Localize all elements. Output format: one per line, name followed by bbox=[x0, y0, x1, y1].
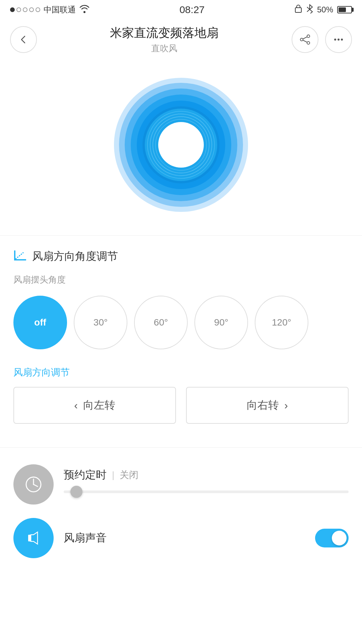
angle-btn-120[interactable]: 120° bbox=[255, 296, 308, 349]
share-button[interactable] bbox=[292, 26, 318, 53]
svg-rect-22 bbox=[14, 250, 15, 260]
svg-point-1 bbox=[307, 35, 310, 38]
chevron-right-icon: › bbox=[284, 399, 288, 412]
angle-section-icon bbox=[13, 250, 27, 263]
svg-line-26 bbox=[34, 484, 38, 486]
carrier-label: 中国联通 bbox=[44, 4, 76, 15]
status-left: 中国联通 bbox=[10, 4, 90, 15]
svg-point-20 bbox=[158, 122, 204, 168]
header-right-buttons bbox=[292, 26, 352, 53]
battery-icon bbox=[337, 6, 352, 13]
header-title-area: 米家直流变频落地扇 直吹风 bbox=[37, 25, 292, 54]
wifi-icon bbox=[79, 4, 90, 15]
sound-icon bbox=[13, 518, 54, 558]
toggle-thumb bbox=[332, 531, 347, 545]
section-header-angle: 风扇方向角度调节 bbox=[13, 249, 349, 264]
page-subtitle: 直吹风 bbox=[37, 43, 292, 54]
angle-btn-30[interactable]: 30° bbox=[74, 296, 127, 349]
angle-btn-off[interactable]: off bbox=[13, 296, 67, 349]
angle-section-title: 风扇方向角度调节 bbox=[32, 249, 118, 264]
signal-dot-2 bbox=[16, 7, 21, 12]
sound-section: 风扇声音 bbox=[0, 505, 362, 572]
more-button[interactable] bbox=[325, 26, 352, 53]
status-time: 08:27 bbox=[179, 4, 204, 15]
sound-title: 风扇声音 bbox=[64, 531, 305, 545]
angle-buttons: off 30° 60° 90° 120° bbox=[13, 296, 349, 349]
svg-point-2 bbox=[300, 38, 303, 41]
page-title: 米家直流变频落地扇 bbox=[37, 25, 292, 41]
signal-dot-1 bbox=[10, 7, 15, 12]
turn-right-label: 向右转 bbox=[247, 398, 279, 413]
svg-line-5 bbox=[303, 40, 307, 42]
signal-dots bbox=[10, 7, 40, 12]
svg-marker-27 bbox=[31, 532, 38, 544]
angle-label: 风扇摆头角度 bbox=[13, 274, 349, 286]
lock-icon bbox=[294, 4, 302, 15]
timer-slider[interactable] bbox=[64, 490, 349, 493]
timer-title: 预约定时 bbox=[64, 468, 107, 482]
svg-rect-0 bbox=[295, 8, 301, 12]
turn-right-button[interactable]: 向右转 › bbox=[186, 387, 349, 424]
direction-buttons: ‹ 向左转 向右转 › bbox=[13, 387, 349, 430]
turn-left-button[interactable]: ‹ 向左转 bbox=[13, 387, 176, 424]
fan-visual bbox=[111, 74, 251, 215]
angle-btn-90[interactable]: 90° bbox=[194, 296, 248, 349]
status-right: 50% bbox=[294, 4, 352, 15]
header: 米家直流变频落地扇 直吹风 bbox=[0, 18, 362, 61]
bluetooth-icon bbox=[306, 4, 313, 15]
timer-title-row: 预约定时 | 关闭 bbox=[64, 468, 349, 482]
timer-section: 预约定时 | 关闭 bbox=[0, 448, 362, 505]
turn-left-label: 向左转 bbox=[83, 398, 115, 413]
svg-line-23 bbox=[15, 252, 23, 259]
angle-section: 风扇方向角度调节 风扇摆头角度 off 30° 60° 90° 120° 风扇方… bbox=[0, 236, 362, 430]
sound-toggle[interactable] bbox=[315, 529, 349, 547]
signal-dot-5 bbox=[36, 7, 40, 12]
svg-point-7 bbox=[338, 39, 340, 41]
fan-graphic-area bbox=[0, 61, 362, 235]
chevron-left-icon: ‹ bbox=[74, 399, 78, 412]
timer-status: 关闭 bbox=[120, 469, 138, 481]
svg-point-6 bbox=[334, 39, 336, 41]
timer-separator: | bbox=[112, 470, 114, 480]
svg-point-3 bbox=[307, 42, 310, 44]
back-button[interactable] bbox=[10, 26, 37, 53]
signal-dot-4 bbox=[29, 7, 34, 12]
svg-point-8 bbox=[341, 39, 343, 41]
direction-label: 风扇方向调节 bbox=[13, 366, 349, 379]
svg-line-4 bbox=[303, 37, 307, 39]
timer-slider-thumb[interactable] bbox=[70, 486, 82, 498]
timer-content: 预约定时 | 关闭 bbox=[64, 464, 349, 493]
signal-dot-3 bbox=[23, 7, 27, 12]
timer-icon bbox=[13, 464, 54, 505]
status-bar: 中国联通 08:27 50% bbox=[0, 0, 362, 18]
battery-percentage: 50% bbox=[317, 5, 333, 14]
angle-btn-60[interactable]: 60° bbox=[134, 296, 188, 349]
